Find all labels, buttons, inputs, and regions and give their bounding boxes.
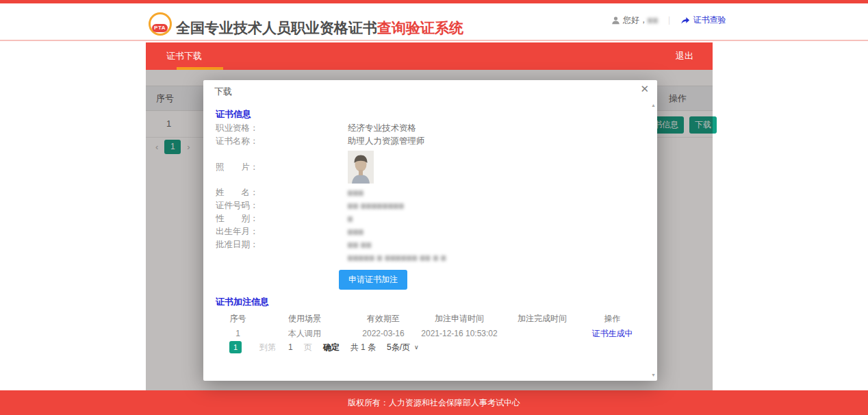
field-cert-name: 证书名称： 助理人力资源管理师 xyxy=(216,135,643,148)
certificate-fields: 职业资格： 经济专业技术资格 证书名称： 助理人力资源管理师 照 片： 姓 名：… xyxy=(216,122,643,264)
field-extra-redacted: ▆▆▆▆▆ ▆ ▆▆▆▆▆▆ ▆▆ ▆ ▆ xyxy=(216,251,643,264)
annotation-table-header: 序号 使用场景 有效期至 加注申请时间 加注完成时间 操作 xyxy=(216,311,641,326)
cell-scene: 本人调用 xyxy=(260,326,349,341)
user-area: 您好， ▆▆ ｜ 证书查验 xyxy=(611,14,726,26)
close-icon[interactable]: ✕ xyxy=(640,84,649,94)
modal-pagination: 1 到第 1 页 确定 共 1 条 5条/页 ∨ xyxy=(216,341,419,353)
copyright-text: 版权所有：人力资源和社会保障部人事考试中心 xyxy=(348,398,520,407)
modal-page-1-button[interactable]: 1 xyxy=(229,341,242,353)
modal-title: 下载 xyxy=(214,86,232,98)
cell-apply-time: 2021-12-16 10:53:02 xyxy=(418,326,501,341)
field-name-value: ▆▆▆ xyxy=(348,186,364,199)
cell-valid-until: 2022-03-16 xyxy=(349,326,418,341)
col-index: 序号 xyxy=(216,311,260,326)
field-cert-name-value: 助理人力资源管理师 xyxy=(348,135,425,148)
total-count-label: 共 1 条 xyxy=(350,342,376,353)
site-footer: 版权所有：人力资源和社会保障部人事考试中心 xyxy=(0,390,868,415)
goto-page-input[interactable]: 1 xyxy=(288,342,293,352)
field-gender-label: 性 别： xyxy=(216,212,348,225)
nav-item-cert-download-label: 证书下载 xyxy=(166,51,202,61)
field-birth-date: 出生年月： ▆▆▆ xyxy=(216,225,643,238)
download-modal: 下载 ✕ ▲ ▼ 证书信息 职业资格： 经济专业技术资格 证书名称： 助理人力资… xyxy=(203,80,657,381)
field-approval-date: 批准日期： ▆▆ ▆▆ xyxy=(216,238,643,251)
per-page-select[interactable]: 5条/页 ∨ xyxy=(387,342,419,353)
section-title-cert-info: 证书信息 xyxy=(216,108,251,121)
pta-logo-text: PTA xyxy=(152,24,168,32)
nav-item-cert-download[interactable]: 证书下载 xyxy=(166,42,202,70)
chevron-down-icon: ∨ xyxy=(414,344,419,351)
user-name-redacted: ▆▆ xyxy=(648,16,659,23)
certificate-verify-label: 证书查验 xyxy=(693,14,726,26)
field-birth-date-value: ▆▆▆ xyxy=(348,225,364,238)
field-cert-name-label: 证书名称： xyxy=(216,135,348,148)
share-arrow-icon xyxy=(680,16,690,25)
field-approval-date-value: ▆▆ ▆▆ xyxy=(348,238,372,251)
cell-index: 1 xyxy=(216,326,260,341)
apply-annotation-button[interactable]: 申请证书加注 xyxy=(339,270,407,290)
field-occupation: 职业资格： 经济专业技术资格 xyxy=(216,122,643,135)
header-divider: ｜ xyxy=(665,14,674,26)
section-title-annotation: 证书加注信息 xyxy=(216,296,269,308)
user-icon xyxy=(611,16,620,25)
field-name: 姓 名： ▆▆▆ xyxy=(216,186,643,199)
annotation-table-row: 1 本人调用 2022-03-16 2021-12-16 10:53:02 证书… xyxy=(216,326,641,341)
field-gender-value: ▆ xyxy=(348,212,353,225)
site-title: 全国专业技术人员职业资格证书查询验证系统 xyxy=(176,18,463,38)
main-navbar: 证书下载 退出 xyxy=(146,42,713,70)
field-occupation-value: 经济专业技术资格 xyxy=(348,122,416,135)
field-photo: 照 片： xyxy=(216,148,643,186)
per-page-value: 5条/页 xyxy=(387,342,410,353)
scrollbar-up-icon[interactable]: ▲ xyxy=(651,103,656,108)
col-done-time: 加注完成时间 xyxy=(501,311,583,326)
goto-suffix-label: 页 xyxy=(304,342,312,353)
field-id-number-label: 证件号码： xyxy=(216,199,348,212)
goto-confirm-button[interactable]: 确定 xyxy=(323,342,340,353)
portrait-photo xyxy=(348,151,374,184)
cert-generating-link[interactable]: 证书生成中 xyxy=(583,326,641,341)
site-title-main: 全国专业技术人员职业资格证书 xyxy=(176,20,377,36)
field-id-number: 证件号码： ▆▆ ▆▆▆▆▆▆▆▆ xyxy=(216,199,643,212)
field-extra-value: ▆▆▆▆▆ ▆ ▆▆▆▆▆▆ ▆▆ ▆ ▆ xyxy=(348,251,446,264)
goto-prefix-label: 到第 xyxy=(259,342,276,353)
field-birth-date-label: 出生年月： xyxy=(216,225,348,238)
scrollbar-down-icon[interactable]: ▼ xyxy=(651,373,656,377)
field-approval-date-label: 批准日期： xyxy=(216,238,348,251)
col-valid-until: 有效期至 xyxy=(349,311,418,326)
col-scene: 使用场景 xyxy=(260,311,349,326)
site-header: PTA 全国专业技术人员职业资格证书查询验证系统 您好， ▆▆ ｜ 证书查验 xyxy=(0,3,868,41)
col-action: 操作 xyxy=(583,311,641,326)
greeting-text: 您好， xyxy=(623,14,648,26)
cell-done-time xyxy=(501,326,583,341)
pta-logo: PTA xyxy=(149,12,172,36)
certificate-verify-link[interactable]: 证书查验 xyxy=(680,14,726,26)
field-gender: 性 别： ▆ xyxy=(216,212,643,225)
annotation-table: 序号 使用场景 有效期至 加注申请时间 加注完成时间 操作 1 本人调用 202… xyxy=(216,311,641,341)
site-title-accent: 查询验证系统 xyxy=(377,20,463,36)
logout-button[interactable]: 退出 xyxy=(676,42,693,70)
field-name-label: 姓 名： xyxy=(216,186,348,199)
field-occupation-label: 职业资格： xyxy=(216,122,348,135)
col-apply-time: 加注申请时间 xyxy=(418,311,501,326)
field-id-number-value: ▆▆ ▆▆▆▆▆▆▆▆ xyxy=(348,199,405,212)
field-photo-label: 照 片： xyxy=(216,161,348,174)
